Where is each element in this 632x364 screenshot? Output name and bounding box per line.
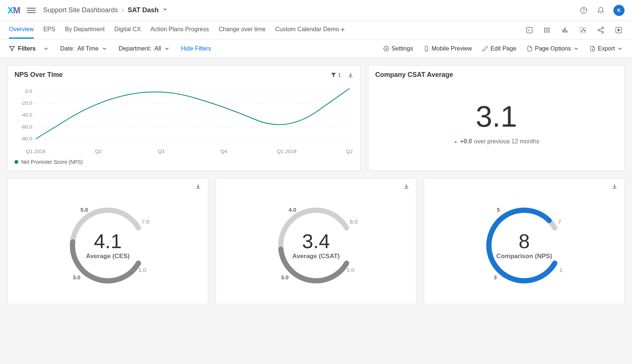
trend-up-icon: ▲ [454, 139, 458, 144]
svg-marker-23 [9, 46, 14, 51]
gauge-chart: 3.0 5.0 1.0 7.0 4.1 Average (CES) [14, 192, 201, 299]
share-icon[interactable] [596, 26, 605, 35]
svg-text:3.0: 3.0 [281, 274, 289, 280]
edit-page-button[interactable]: Edit Page [482, 45, 516, 52]
settings-button[interactable]: Settings [383, 45, 413, 52]
svg-text:Q1 2018: Q1 2018 [26, 149, 45, 154]
tab-eps[interactable]: EPS [43, 21, 55, 39]
svg-rect-9 [562, 29, 564, 32]
gauge-label: Average (CES) [86, 253, 129, 260]
filter-bar: Filters Date: All Time Department: All H… [0, 39, 632, 58]
svg-text:Q2: Q2 [346, 149, 353, 154]
download-icon[interactable] [195, 183, 201, 189]
widget-title: NPS Over Time [14, 71, 63, 79]
svg-point-6 [545, 28, 545, 29]
widget-csat-average: Company CSAT Average 3.1 ▲ +0.0 over pre… [368, 65, 625, 170]
svg-text:7.0: 7.0 [142, 218, 149, 225]
svg-text:3: 3 [494, 274, 497, 280]
chevron-down-icon[interactable] [162, 6, 168, 14]
nav-tabs: OverviewEPSBy DepartmentDigital CXAction… [9, 21, 339, 39]
widget-gauge-1: 3.0 4.0 1.0 6.0 3.4 Average (CSAT) [216, 178, 416, 304]
gauge-value: 4.1 [86, 231, 129, 251]
svg-point-24 [386, 48, 387, 49]
csat-value: 3.1 [476, 102, 517, 131]
download-icon[interactable] [612, 183, 618, 189]
gauge-value: 8 [496, 231, 552, 251]
svg-marker-22 [618, 29, 620, 31]
widget-gauge-2: 3 5 1 7 8 Comparison (NPS) [424, 178, 625, 304]
filter-date[interactable]: Date: All Time [60, 45, 107, 52]
svg-text:-80.0: -80.0 [21, 136, 32, 142]
mobile-preview-button[interactable]: Mobile Preview [423, 45, 472, 52]
line-chart: 0.0-20.0-40.0-60.0-80.0Q1 2018Q2Q3Q4Q1 2… [14, 82, 354, 156]
gauge-value: 3.4 [292, 231, 340, 251]
svg-rect-11 [566, 30, 567, 32]
help-icon[interactable] [579, 6, 588, 15]
csat-trend: ▲ +0.0 over previous 12 months [454, 138, 539, 145]
tab-overview[interactable]: Overview [9, 21, 34, 39]
xm-logo: XM [7, 5, 20, 16]
bar-chart-icon[interactable] [561, 26, 570, 35]
hide-filters-link[interactable]: Hide Filters [181, 45, 211, 52]
svg-text:1.0: 1.0 [346, 267, 354, 273]
tab-digital-cx[interactable]: Digital CX [114, 21, 141, 39]
play-icon[interactable] [614, 26, 623, 35]
filter-department[interactable]: Department: All [119, 45, 170, 52]
breadcrumb-current[interactable]: SAT Dash [128, 6, 168, 14]
chart-legend: Net Promoter Score (NPS) [14, 159, 354, 165]
svg-rect-12 [580, 27, 586, 33]
svg-text:-20.0: -20.0 [21, 101, 32, 106]
tab-by-department[interactable]: By Department [65, 21, 105, 39]
svg-rect-25 [425, 46, 428, 51]
breadcrumb: Support Site Dashboards › SAT Dash [43, 6, 168, 14]
svg-point-18 [602, 31, 604, 33]
header-icons: K [579, 5, 625, 16]
gauge-label: Average (CSAT) [292, 253, 340, 260]
svg-text:Q1 2019: Q1 2019 [277, 149, 296, 154]
scatter-icon[interactable] [578, 26, 587, 35]
tab-custom-calendar-demo[interactable]: Custom Calendar Demo [275, 21, 339, 39]
list-icon[interactable] [543, 26, 552, 35]
svg-text:6.0: 6.0 [350, 218, 358, 225]
svg-line-20 [600, 30, 602, 32]
page-options-button[interactable]: Page Options [527, 45, 579, 52]
svg-point-16 [602, 27, 604, 29]
export-button[interactable]: Export [590, 45, 623, 52]
widget-filter-count[interactable]: 1 [330, 72, 341, 78]
widget-nps-over-time: NPS Over Time 1 0.0-20.0-40.0-60.0-80.0Q… [7, 65, 361, 170]
svg-point-1 [584, 12, 584, 12]
download-icon[interactable] [348, 72, 354, 78]
svg-line-19 [600, 28, 602, 29]
tab-change-over-time[interactable]: Change over time [219, 21, 265, 39]
svg-text:1.0: 1.0 [138, 267, 146, 273]
gauge-chart: 3.0 4.0 1.0 6.0 3.4 Average (CSAT) [223, 192, 409, 299]
filters-button[interactable]: Filters [9, 45, 49, 52]
widget-gauge-0: 3.0 5.0 1.0 7.0 4.1 Average (CES) [7, 178, 208, 304]
breadcrumb-parent[interactable]: Support Site Dashboards [43, 6, 118, 14]
legend-dot [14, 160, 18, 164]
svg-text:3.0: 3.0 [73, 274, 81, 280]
svg-point-8 [545, 32, 545, 32]
widget-title: Company CSAT Average [375, 71, 453, 79]
svg-text:Q4: Q4 [220, 149, 227, 154]
nav-right-icons [525, 26, 623, 35]
svg-point-13 [581, 30, 582, 32]
bell-icon[interactable] [596, 6, 605, 15]
svg-point-17 [598, 29, 600, 31]
svg-point-7 [545, 30, 545, 30]
avatar[interactable]: K [613, 5, 625, 16]
menu-icon[interactable] [27, 6, 36, 15]
checklist-icon[interactable] [525, 26, 534, 35]
svg-marker-28 [331, 73, 336, 77]
add-tab-button[interactable]: + [339, 26, 346, 34]
tab-action-plans-progress[interactable]: Action Plans Progress [151, 21, 209, 39]
gauge-label: Comparison (NPS) [496, 253, 552, 260]
svg-point-14 [583, 29, 584, 30]
svg-rect-10 [564, 27, 565, 32]
nav-tabs-row: OverviewEPSBy DepartmentDigital CXAction… [0, 21, 632, 39]
svg-text:-40.0: -40.0 [21, 113, 32, 118]
download-icon[interactable] [403, 183, 409, 189]
svg-text:0.0: 0.0 [25, 89, 32, 94]
top-header: XM Support Site Dashboards › SAT Dash K [0, 0, 632, 21]
svg-text:5.0: 5.0 [80, 207, 88, 213]
